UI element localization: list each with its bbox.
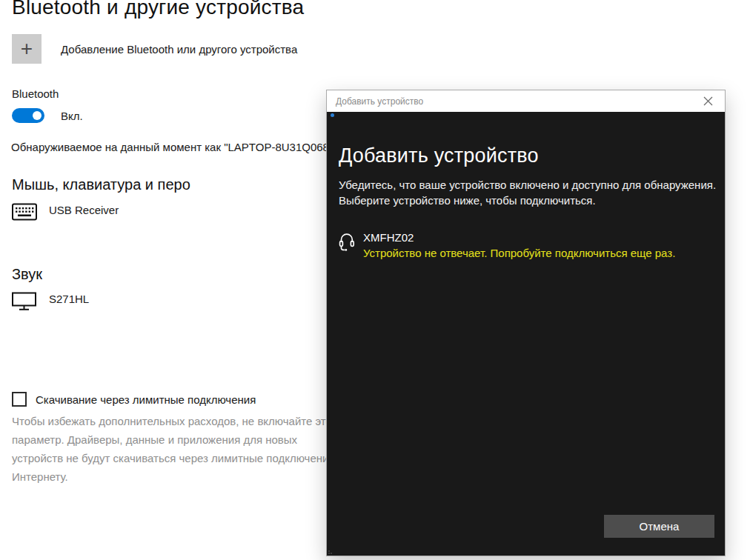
dialog-body: Добавить устройство Убедитесь, что ваше … [327,112,725,556]
metered-description-line: Интернету. [12,467,342,486]
device-text: XMFHZ02 Устройство не отвечает. Попробуй… [363,231,675,259]
device-name: S271HL [49,293,89,305]
add-device-dialog: Добавить устройство Добавить устройство … [326,90,726,556]
monitor-icon [12,292,37,314]
metered-download-checkbox[interactable] [12,392,27,407]
progress-dot-icon [331,113,334,117]
metered-description: Чтобы избежать дополнительных расходов, … [12,412,342,486]
keyboard-icon [12,203,37,224]
metered-description-line: Чтобы избежать дополнительных расходов, … [12,412,342,430]
bluetooth-section-label: Bluetooth [12,87,59,100]
device-status-warning: Устройство не отвечает. Попробуйте подкл… [363,247,675,259]
add-device-label: Добавление Bluetooth или другого устройс… [61,43,297,56]
add-bluetooth-device-button[interactable]: + Добавление Bluetooth или другого устро… [12,34,297,64]
bluetooth-toggle-row: Вкл. [12,108,83,123]
bluetooth-toggle-state: Вкл. [61,110,83,122]
dialog-heading: Добавить устройство [339,144,713,167]
bluetooth-toggle[interactable] [12,108,44,123]
headset-icon [339,233,355,256]
section-title-sound: Звук [12,266,42,283]
close-button[interactable] [691,90,725,112]
close-icon [703,96,713,106]
metered-connections-row: Скачивание через лимитные подключения [12,392,256,407]
dialog-titlebar[interactable]: Добавить устройство [327,90,725,112]
metered-description-line: параметр. Драйверы, данные и приложения … [12,430,342,449]
page-title: Bluetooth и другие устройства [12,0,304,19]
plus-icon: + [12,34,42,64]
dialog-description: Убедитесь, что ваше устройство включено … [339,177,713,208]
cancel-button[interactable]: Отмена [604,515,714,538]
section-title-mouse-keyboard-pen: Мышь, клавиатура и перо [12,176,190,193]
metered-description-line: устройств не будут скачиваться через лим… [12,449,342,467]
resize-grip-icon[interactable] [328,548,334,554]
device-name: USB Receiver [49,204,119,216]
discovery-status-text: Обнаруживаемое на данный момент как "LAP… [11,141,333,153]
toggle-knob [33,111,42,120]
device-row-usb-receiver[interactable]: USB Receiver [12,203,119,224]
dialog-title: Добавить устройство [336,96,423,107]
dialog-description-line: Убедитесь, что ваше устройство включено … [339,177,713,193]
metered-checkbox-label: Скачивание через лимитные подключения [36,393,256,406]
discovered-device-item[interactable]: XMFHZ02 Устройство не отвечает. Попробуй… [327,225,725,265]
dialog-description-line: Выберите устройство ниже, чтобы подключи… [339,193,713,208]
device-name: XMFHZ02 [363,231,675,244]
device-row-monitor[interactable]: S271HL [12,292,89,314]
